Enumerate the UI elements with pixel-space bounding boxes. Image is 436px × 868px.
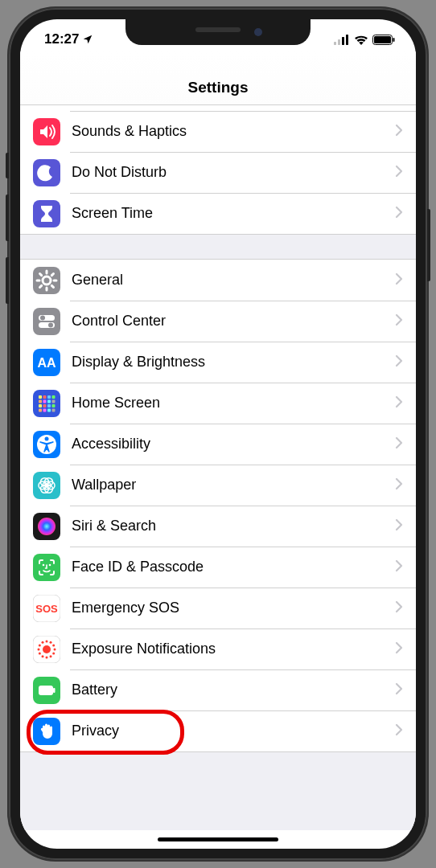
chevron-right-icon [395,122,403,141]
settings-row-siri-search[interactable]: Siri & Search [20,506,416,547]
row-label: Exposure Notifications [72,641,395,657]
svg-rect-33 [47,395,51,399]
svg-point-49 [45,436,49,440]
svg-rect-40 [43,404,47,407]
status-time: 12:27 [44,31,79,47]
cellular-icon [334,35,350,45]
svg-line-16 [51,285,53,287]
chevron-right-icon [395,271,403,289]
svg-point-72 [39,652,41,654]
control-center-icon [33,308,60,335]
wifi-icon [354,35,368,45]
svg-rect-6 [393,38,395,42]
svg-rect-39 [39,404,42,407]
wallpaper-icon [33,472,60,499]
svg-point-62 [49,563,51,566]
svg-rect-1 [338,39,340,45]
chevron-right-icon [395,163,403,182]
settings-row-control-center[interactable]: Control Center [20,301,416,342]
chevron-right-icon [395,476,403,494]
settings-row-sounds-haptics[interactable]: Sounds & Haptics [20,111,416,152]
settings-group: GeneralControl CenterAADisplay & Brightn… [20,259,416,752]
settings-row-do-not-disturb[interactable]: Do Not Disturb [20,152,416,193]
row-label: Control Center [72,313,395,330]
svg-rect-42 [52,404,56,407]
settings-row-accessibility[interactable]: Accessibility [20,424,416,465]
svg-rect-43 [39,408,42,411]
battery-icon [33,677,60,704]
settings-row-emergency-sos[interactable]: SOSEmergency SOS [20,588,416,628]
chevron-right-icon [395,435,403,453]
svg-rect-38 [52,399,56,403]
chevron-right-icon [395,681,403,699]
svg-point-76 [46,640,48,642]
svg-point-59 [38,518,56,535]
settings-row-exposure-notifications[interactable]: Exposure Notifications [20,628,416,669]
settings-row-battery[interactable]: Battery [20,669,416,710]
svg-point-27 [48,322,53,327]
svg-rect-0 [334,42,336,45]
dnd-icon [33,159,60,186]
svg-rect-46 [52,408,56,411]
row-label: General [72,272,395,289]
faceid-icon [33,554,60,581]
settings-list[interactable]: NotificationsSounds & HapticsDo Not Dist… [20,105,416,830]
row-label: Accessibility [72,436,395,452]
svg-point-68 [52,652,55,654]
chevron-right-icon [395,517,403,535]
svg-rect-80 [39,686,53,695]
row-label: Display & Brightness [72,354,395,371]
svg-rect-37 [47,399,51,403]
chevron-right-icon [395,599,403,617]
svg-point-69 [50,655,52,657]
svg-line-22 [51,273,53,275]
svg-text:SOS: SOS [35,603,58,615]
svg-rect-23 [33,308,60,335]
row-label: Privacy [72,723,395,739]
svg-rect-30 [33,390,60,417]
svg-text:AA: AA [37,356,56,370]
settings-group: NotificationsSounds & HapticsDo Not Dist… [20,105,416,235]
settings-row-privacy[interactable]: Privacy [20,710,416,751]
notch [125,19,311,45]
chevron-right-icon [395,558,403,576]
row-label: Screen Time [72,205,395,222]
exposure-icon [33,636,60,663]
svg-rect-31 [39,395,42,399]
location-icon [82,34,93,45]
page-title: Settings [188,79,249,96]
chevron-right-icon [395,312,403,330]
chevron-right-icon [395,353,403,371]
screen: 12:27 [20,19,416,849]
phone-frame: 12:27 [9,8,427,860]
svg-point-73 [38,648,40,650]
svg-rect-5 [374,36,391,43]
sos-icon: SOS [33,595,60,622]
svg-point-67 [54,648,56,650]
siri-icon [33,513,60,540]
settings-row-notifications[interactable]: Notifications [20,105,416,111]
settings-header: Settings [20,51,416,105]
settings-row-wallpaper[interactable]: Wallpaper [20,465,416,506]
battery-icon-status [372,35,395,45]
row-label: Siri & Search [72,518,395,534]
settings-row-screen-time[interactable]: Screen Time [20,193,416,234]
settings-row-display-brightness[interactable]: AADisplay & Brightness [20,342,416,383]
settings-row-home-screen[interactable]: Home Screen [20,383,416,424]
chevron-right-icon [395,722,403,740]
settings-row-face-id-passcode[interactable]: Face ID & Passcode [20,547,416,588]
svg-rect-81 [53,688,56,693]
display-icon: AA [33,349,60,376]
home-indicator[interactable] [158,837,278,841]
settings-row-general[interactable]: General [20,260,416,301]
sounds-icon [33,118,60,145]
svg-rect-35 [39,399,42,403]
svg-point-71 [42,655,44,657]
row-label: Battery [72,682,395,698]
svg-point-75 [42,641,44,643]
screentime-icon [33,200,60,227]
svg-rect-3 [346,35,348,45]
row-label: Home Screen [72,395,395,411]
svg-point-25 [40,315,45,320]
chevron-right-icon [395,204,403,223]
